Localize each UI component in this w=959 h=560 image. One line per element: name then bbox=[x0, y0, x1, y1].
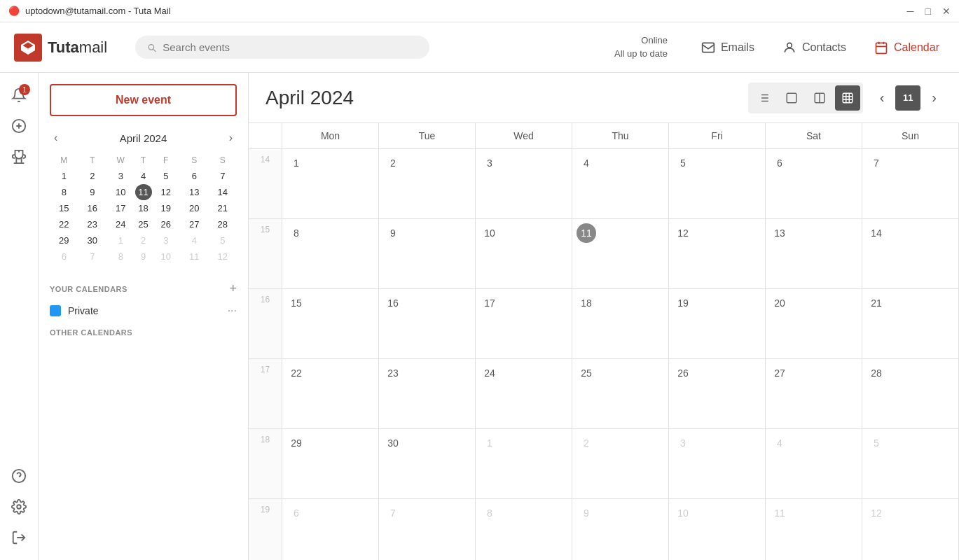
calendar-day-cell[interactable]: 12 bbox=[669, 219, 766, 288]
list-view-button[interactable] bbox=[751, 85, 776, 111]
calendar-day-cell[interactable]: 20 bbox=[766, 289, 862, 358]
calendar-day-cell[interactable]: 16 bbox=[379, 289, 476, 358]
mini-cal-day-cell[interactable]: 4 bbox=[180, 232, 209, 248]
close-button[interactable]: ✕ bbox=[942, 6, 951, 17]
mini-cal-day-cell[interactable]: 12 bbox=[209, 248, 237, 265]
mini-cal-day-cell[interactable]: 8 bbox=[50, 184, 78, 200]
mini-cal-day-cell[interactable]: 14 bbox=[209, 184, 237, 200]
mini-cal-day-cell[interactable]: 9 bbox=[135, 248, 152, 265]
add-calendar-button[interactable]: + bbox=[229, 281, 237, 296]
mini-cal-day-cell[interactable]: 2 bbox=[78, 168, 107, 184]
calendar-day-cell[interactable]: 10 bbox=[669, 499, 766, 560]
month-view-button[interactable] bbox=[835, 85, 860, 111]
mini-cal-day-cell[interactable]: 21 bbox=[209, 200, 237, 216]
mini-cal-day-cell[interactable]: 19 bbox=[152, 200, 181, 216]
mini-cal-day-cell[interactable]: 20 bbox=[180, 200, 209, 216]
calendar-day-cell[interactable]: 27 bbox=[766, 359, 862, 428]
calendar-day-cell[interactable]: 28 bbox=[862, 359, 959, 428]
mini-cal-day-cell[interactable]: 12 bbox=[152, 184, 181, 200]
mini-cal-day-cell[interactable]: 27 bbox=[180, 216, 209, 232]
mini-cal-next-button[interactable]: › bbox=[225, 130, 237, 146]
mini-cal-day-cell[interactable]: 10 bbox=[106, 184, 135, 200]
mini-cal-day-cell[interactable]: 3 bbox=[106, 168, 135, 184]
settings-icon[interactable] bbox=[5, 493, 33, 521]
mini-cal-day-cell[interactable]: 18 bbox=[135, 200, 152, 216]
calendar-day-cell[interactable]: 7 bbox=[379, 499, 476, 560]
calendar-day-cell[interactable]: 15 bbox=[282, 289, 379, 358]
mini-cal-prev-button[interactable]: ‹ bbox=[50, 130, 62, 146]
mini-cal-day-cell[interactable]: 10 bbox=[152, 248, 181, 265]
add-icon[interactable] bbox=[5, 112, 33, 140]
mini-cal-day-cell[interactable]: 1 bbox=[50, 168, 78, 184]
mini-cal-day-cell[interactable]: 6 bbox=[180, 168, 209, 184]
search-bar[interactable] bbox=[135, 36, 429, 59]
mini-cal-day-cell[interactable]: 28 bbox=[209, 216, 237, 232]
mini-cal-day-cell[interactable]: 6 bbox=[50, 248, 78, 265]
week-view-button[interactable] bbox=[807, 85, 832, 111]
calendar-day-cell[interactable]: 4 bbox=[766, 429, 862, 498]
mini-cal-day-cell[interactable]: 2 bbox=[135, 232, 152, 248]
mini-cal-day-cell[interactable]: 24 bbox=[106, 216, 135, 232]
mini-cal-day-cell[interactable]: 26 bbox=[152, 216, 181, 232]
calendar-day-cell[interactable]: 3 bbox=[476, 149, 572, 218]
calendar-day-cell[interactable]: 4 bbox=[572, 149, 669, 218]
calendar-day-cell[interactable]: 29 bbox=[282, 429, 379, 498]
mini-cal-day-cell[interactable]: 17 bbox=[106, 200, 135, 216]
mini-cal-day-cell[interactable]: 30 bbox=[78, 232, 107, 248]
mini-cal-day-cell[interactable]: 8 bbox=[106, 248, 135, 265]
today-button[interactable]: 11 bbox=[895, 85, 920, 111]
mini-cal-day-cell[interactable]: 11 bbox=[135, 184, 152, 200]
notification-icon[interactable]: 1 bbox=[5, 81, 33, 109]
calendar-day-cell[interactable]: 21 bbox=[862, 289, 959, 358]
calendar-day-cell[interactable]: 14 bbox=[862, 219, 959, 288]
calendar-day-cell[interactable]: 26 bbox=[669, 359, 766, 428]
trophy-icon[interactable] bbox=[5, 143, 33, 171]
mini-cal-day-cell[interactable]: 15 bbox=[50, 200, 78, 216]
mini-cal-day-cell[interactable]: 16 bbox=[78, 200, 107, 216]
emails-nav-button[interactable]: Emails bbox=[696, 38, 760, 57]
mini-cal-day-cell[interactable]: 11 bbox=[180, 248, 209, 265]
calendar-day-cell[interactable]: 2 bbox=[379, 149, 476, 218]
calendar-day-cell[interactable]: 17 bbox=[476, 289, 572, 358]
calendar-day-cell[interactable]: 2 bbox=[572, 429, 669, 498]
calendar-day-cell[interactable]: 8 bbox=[476, 499, 572, 560]
new-event-button[interactable]: New event bbox=[50, 84, 237, 116]
calendar-day-cell[interactable]: 9 bbox=[572, 499, 669, 560]
mini-cal-day-cell[interactable]: 1 bbox=[106, 232, 135, 248]
mini-cal-day-cell[interactable]: 25 bbox=[135, 216, 152, 232]
window-controls[interactable]: ─ □ ✕ bbox=[907, 6, 951, 17]
calendar-prev-button[interactable]: ‹ bbox=[874, 87, 890, 108]
calendar-day-cell[interactable]: 3 bbox=[669, 429, 766, 498]
mini-cal-day-cell[interactable]: 5 bbox=[152, 168, 181, 184]
calendar-day-cell[interactable]: 1 bbox=[282, 149, 379, 218]
mini-cal-day-cell[interactable]: 22 bbox=[50, 216, 78, 232]
calendar-day-cell[interactable]: 19 bbox=[669, 289, 766, 358]
calendar-day-cell[interactable]: 8 bbox=[282, 219, 379, 288]
calendar-day-cell[interactable]: 18 bbox=[572, 289, 669, 358]
mini-cal-day-cell[interactable]: 3 bbox=[152, 232, 181, 248]
minimize-button[interactable]: ─ bbox=[907, 6, 914, 17]
maximize-button[interactable]: □ bbox=[925, 6, 931, 17]
calendar-day-cell[interactable]: 1 bbox=[476, 429, 572, 498]
calendar-day-cell[interactable]: 9 bbox=[379, 219, 476, 288]
mini-cal-day-cell[interactable]: 5 bbox=[209, 232, 237, 248]
calendar-day-cell[interactable]: 7 bbox=[862, 149, 959, 218]
calendar-day-cell[interactable]: 12 bbox=[862, 499, 959, 560]
calendar-day-cell[interactable]: 23 bbox=[379, 359, 476, 428]
calendar-day-cell[interactable]: 5 bbox=[862, 429, 959, 498]
calendar-day-cell[interactable]: 25 bbox=[572, 359, 669, 428]
search-input[interactable] bbox=[163, 41, 418, 53]
calendar-day-cell[interactable]: 6 bbox=[282, 499, 379, 560]
calendar-more-button[interactable]: ··· bbox=[228, 304, 237, 317]
mini-cal-day-cell[interactable]: 29 bbox=[50, 232, 78, 248]
help-icon[interactable] bbox=[5, 462, 33, 490]
calendar-nav-button[interactable]: Calendar bbox=[869, 38, 945, 57]
mini-cal-day-cell[interactable]: 13 bbox=[180, 184, 209, 200]
calendar-day-cell[interactable]: 13 bbox=[766, 219, 862, 288]
logout-icon[interactable] bbox=[5, 524, 33, 552]
calendar-day-cell[interactable]: 24 bbox=[476, 359, 572, 428]
mini-cal-day-cell[interactable]: 7 bbox=[209, 168, 237, 184]
calendar-day-cell[interactable]: 6 bbox=[766, 149, 862, 218]
calendar-next-button[interactable]: › bbox=[926, 87, 942, 108]
mini-cal-day-cell[interactable]: 9 bbox=[78, 184, 107, 200]
